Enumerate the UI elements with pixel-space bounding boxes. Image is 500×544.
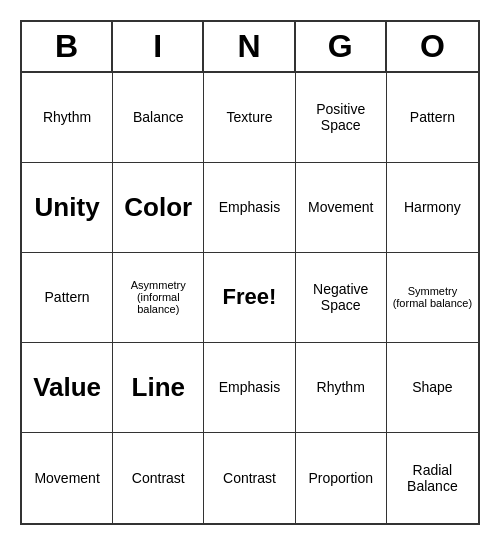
bingo-header: BINGO	[22, 22, 478, 73]
bingo-cell-23: Proportion	[296, 433, 387, 523]
bingo-cell-5: Unity	[22, 163, 113, 253]
bingo-cell-11: Asymmetry (informal balance)	[113, 253, 204, 343]
bingo-cell-9: Harmony	[387, 163, 478, 253]
bingo-cell-15: Value	[22, 343, 113, 433]
bingo-cell-1: Balance	[113, 73, 204, 163]
bingo-cell-0: Rhythm	[22, 73, 113, 163]
bingo-cell-19: Shape	[387, 343, 478, 433]
bingo-cell-2: Texture	[204, 73, 295, 163]
bingo-cell-12: Free!	[204, 253, 295, 343]
bingo-cell-3: Positive Space	[296, 73, 387, 163]
header-letter-g: G	[296, 22, 387, 71]
bingo-cell-24: Radial Balance	[387, 433, 478, 523]
bingo-cell-8: Movement	[296, 163, 387, 253]
header-letter-o: O	[387, 22, 478, 71]
bingo-cell-22: Contrast	[204, 433, 295, 523]
bingo-cell-13: Negative Space	[296, 253, 387, 343]
bingo-card: BINGO RhythmBalanceTexturePositive Space…	[20, 20, 480, 525]
bingo-cell-4: Pattern	[387, 73, 478, 163]
bingo-cell-17: Emphasis	[204, 343, 295, 433]
bingo-cell-21: Contrast	[113, 433, 204, 523]
header-letter-i: I	[113, 22, 204, 71]
bingo-cell-20: Movement	[22, 433, 113, 523]
bingo-cell-16: Line	[113, 343, 204, 433]
bingo-cell-10: Pattern	[22, 253, 113, 343]
bingo-cell-18: Rhythm	[296, 343, 387, 433]
bingo-cell-6: Color	[113, 163, 204, 253]
bingo-cell-7: Emphasis	[204, 163, 295, 253]
header-letter-n: N	[204, 22, 295, 71]
header-letter-b: B	[22, 22, 113, 71]
bingo-grid: RhythmBalanceTexturePositive SpacePatter…	[22, 73, 478, 523]
bingo-cell-14: Symmetry (formal balance)	[387, 253, 478, 343]
